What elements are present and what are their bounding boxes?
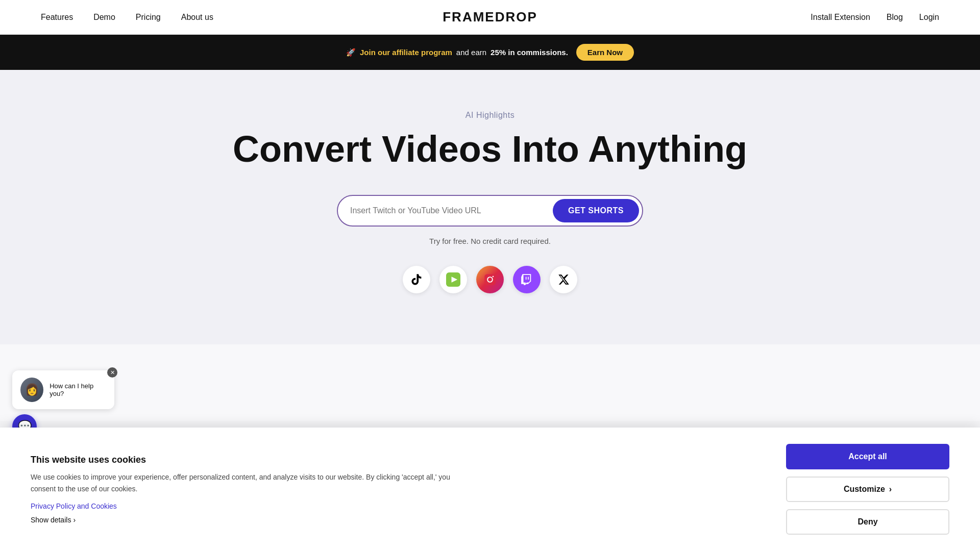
customize-button[interactable]: Customize ›: [786, 477, 949, 502]
twitch-icon[interactable]: [513, 266, 541, 293]
instagram-icon[interactable]: [476, 266, 504, 293]
rumble-icon[interactable]: [439, 266, 467, 293]
navigation: Features Demo Pricing About us FRAMEDROP…: [0, 0, 980, 35]
accept-all-button[interactable]: Accept all: [786, 444, 949, 469]
nav-login[interactable]: Login: [919, 13, 939, 22]
nav-pricing[interactable]: Pricing: [136, 13, 161, 22]
section-2: [0, 344, 980, 421]
banner-commission-text: 25% in commissions.: [491, 48, 568, 57]
affiliate-banner: 🚀 Join our affiliate program and earn 25…: [0, 35, 980, 70]
chat-message: How can I help you?: [50, 382, 106, 397]
get-shorts-button[interactable]: GET SHORTS: [553, 199, 639, 222]
chevron-right-icon: ›: [73, 516, 76, 524]
hero-section: AI Highlights Convert Videos Into Anythi…: [0, 70, 980, 344]
chat-avatar: 👩: [20, 378, 43, 402]
chat-bubble: 👩 How can I help you? ✕: [12, 370, 114, 409]
nav-blog[interactable]: Blog: [887, 13, 903, 22]
hero-note: Try for free. No credit card required.: [429, 237, 551, 245]
cookie-content: This website uses cookies We use cookies…: [31, 455, 470, 524]
svg-rect-5: [526, 277, 527, 280]
chevron-right-icon: ›: [889, 485, 892, 494]
nav-install-extension[interactable]: Install Extension: [811, 13, 870, 22]
nav-features[interactable]: Features: [41, 13, 73, 22]
banner-mid-text: and earn: [456, 48, 486, 57]
svg-rect-2: [484, 274, 496, 285]
hero-subtitle: AI Highlights: [465, 111, 514, 120]
x-twitter-icon[interactable]: [550, 266, 577, 293]
cookie-show-details[interactable]: Show details ›: [31, 516, 470, 524]
nav-demo[interactable]: Demo: [93, 13, 115, 22]
banner-highlight-text: Join our affiliate program: [360, 48, 452, 57]
hero-title: Convert Videos Into Anything: [233, 129, 747, 169]
social-platform-icons: [403, 266, 577, 293]
nav-links-left: Features Demo Pricing About us: [41, 13, 213, 22]
cookie-privacy-link[interactable]: Privacy Policy and Cookies: [31, 502, 117, 510]
chat-close-button[interactable]: ✕: [107, 367, 117, 378]
cookie-actions: Accept all Customize › Deny: [786, 444, 949, 535]
cookie-consent-banner: This website uses cookies We use cookies…: [0, 428, 980, 551]
deny-button[interactable]: Deny: [786, 509, 949, 535]
tiktok-icon[interactable]: [403, 266, 430, 293]
svg-rect-6: [528, 277, 529, 280]
cookie-description: We use cookies to improve your experienc…: [31, 471, 470, 494]
site-logo[interactable]: FRAMEDROP: [443, 9, 537, 25]
banner-rocket: 🚀: [346, 48, 356, 57]
url-input[interactable]: [350, 206, 553, 215]
nav-links-right: Install Extension Blog Login: [811, 13, 939, 22]
cookie-title: This website uses cookies: [31, 455, 470, 465]
svg-point-4: [493, 276, 494, 278]
url-input-bar: GET SHORTS: [337, 195, 643, 227]
nav-about[interactable]: About us: [181, 13, 213, 22]
earn-now-button[interactable]: Earn Now: [576, 44, 634, 61]
